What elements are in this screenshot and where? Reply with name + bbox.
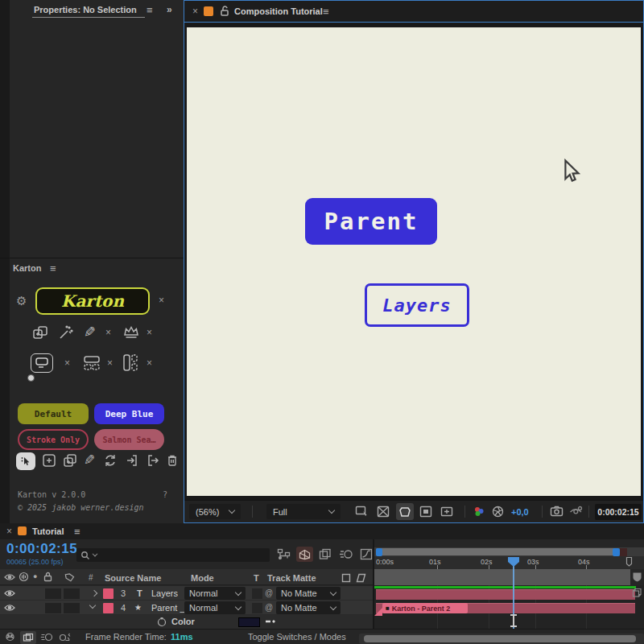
- motion-blur-toggle-icon[interactable]: [40, 632, 53, 642]
- close-icon[interactable]: ×: [64, 358, 70, 368]
- matte-pickwhip-icon[interactable]: @: [265, 588, 273, 597]
- close-icon[interactable]: ×: [107, 358, 113, 368]
- motion-blur-icon[interactable]: [339, 548, 353, 560]
- frame-blending-icon[interactable]: [319, 548, 332, 560]
- sync-refresh-icon[interactable]: [103, 453, 118, 468]
- import-icon[interactable]: [125, 453, 139, 468]
- horizontal-scrollbar-thumb[interactable]: [364, 635, 636, 642]
- add-item-icon[interactable]: [42, 453, 56, 468]
- source-name-column-header[interactable]: Source Name: [105, 573, 161, 583]
- preset-stroke-only-button[interactable]: Stroke Only: [18, 429, 89, 450]
- skew-square-icon[interactable]: [356, 573, 366, 583]
- comp-canvas[interactable]: Parent Layers: [187, 27, 641, 496]
- snapshot-camera-icon[interactable]: [550, 506, 564, 517]
- label-color-swatch[interactable]: [103, 603, 114, 613]
- search-input[interactable]: [76, 548, 270, 562]
- layer-bar-layers[interactable]: [376, 589, 635, 600]
- channel-dots-icon[interactable]: [473, 506, 485, 518]
- button-style-tool-selected[interactable]: [31, 353, 53, 373]
- layer-bar-label-tag[interactable]: ■ Karton - Parent 2: [382, 603, 468, 613]
- blend-mode-dropdown[interactable]: Normal: [184, 587, 246, 600]
- expand-arrow-expanded[interactable]: [89, 602, 96, 609]
- eyedropper-icon[interactable]: [264, 616, 277, 627]
- track-matte-column-header[interactable]: Track Matte: [267, 573, 316, 583]
- layer-row-parent[interactable]: 4 ★ Parent _Karton Normal @ No Matte: [0, 601, 373, 615]
- property-row-color[interactable]: Color: [0, 615, 373, 629]
- preserve-transparency-cell[interactable]: [252, 603, 262, 613]
- row-layout-tool-icon[interactable]: [82, 354, 101, 372]
- switch-cell[interactable]: [45, 588, 61, 599]
- timeline-tab-title[interactable]: Tutorial: [32, 526, 64, 536]
- close-tab-icon[interactable]: ×: [192, 6, 198, 16]
- label-color-swatch[interactable]: [103, 588, 114, 599]
- graph-editor-icon[interactable]: [360, 548, 373, 560]
- frame-blending-toggle-icon[interactable]: [20, 631, 36, 644]
- mode-column-header[interactable]: Mode: [191, 573, 214, 583]
- viewer-timecode-box[interactable]: 0:00:02:15: [595, 504, 642, 520]
- blend-mode-dropdown[interactable]: Normal: [184, 601, 246, 614]
- shy-icon[interactable]: [4, 632, 16, 642]
- mask-visibility-icon[interactable]: [419, 506, 432, 518]
- help-icon[interactable]: ?: [163, 490, 167, 499]
- pixel-aspect-icon[interactable]: [440, 506, 454, 518]
- duplicate-layers-icon[interactable]: [32, 324, 48, 341]
- solo-column-icon[interactable]: ●: [33, 572, 37, 580]
- preserve-transparency-cell[interactable]: [252, 588, 262, 599]
- track-matte-dropdown[interactable]: No Matte: [276, 587, 341, 600]
- video-column-eye-icon[interactable]: [4, 573, 15, 581]
- toggle-switches-modes-button[interactable]: Toggle Switches / Modes: [248, 632, 346, 642]
- work-area-bar[interactable]: [376, 548, 617, 555]
- snail-performance-icon[interactable]: [58, 632, 71, 642]
- comp-shield-icon[interactable]: [632, 572, 642, 583]
- matte-pickwhip-icon[interactable]: @: [265, 603, 273, 612]
- switch-cell[interactable]: [64, 603, 80, 613]
- close-icon[interactable]: ×: [147, 328, 152, 337]
- t-column-header[interactable]: T: [254, 573, 259, 583]
- preset-salmon-button[interactable]: Salmon Sea…: [94, 429, 164, 450]
- settings-gear-icon[interactable]: ⚙: [16, 294, 27, 308]
- switch-cell[interactable]: [64, 588, 80, 599]
- preset-default-button[interactable]: Default: [18, 403, 89, 424]
- layer-eye-icon[interactable]: [4, 589, 15, 597]
- panel-expand-icon[interactable]: »: [167, 4, 172, 15]
- duplicate-item-icon[interactable]: [63, 453, 77, 468]
- label-column-icon[interactable]: [64, 572, 75, 582]
- current-time-display[interactable]: 0:00:02:15: [6, 541, 77, 557]
- comp-tab-title[interactable]: Composition Tutorial: [234, 6, 323, 16]
- lock-column-icon[interactable]: [43, 572, 52, 582]
- marker-bin-icon[interactable]: [625, 556, 633, 567]
- square-mask-icon[interactable]: [341, 573, 351, 583]
- work-area-end-handle[interactable]: [613, 548, 620, 556]
- slider-knob[interactable]: [27, 374, 35, 382]
- layer-eye-icon[interactable]: [4, 604, 15, 612]
- close-icon[interactable]: ×: [105, 328, 111, 337]
- playhead-grabber[interactable]: [507, 556, 520, 568]
- switch-cell[interactable]: [45, 603, 61, 613]
- pen-tool-icon[interactable]: ✎: [84, 324, 96, 341]
- layer-row-layers[interactable]: 3 T Layers Normal @ No Matte: [0, 586, 373, 601]
- properties-panel-title[interactable]: Properties: No Selection: [34, 5, 137, 14]
- cube-3d-icon[interactable]: [632, 588, 642, 598]
- composition-mini-flowchart-icon[interactable]: [277, 548, 291, 560]
- transparency-grid-icon[interactable]: [377, 506, 390, 518]
- column-layout-tool-icon[interactable]: [122, 353, 139, 373]
- preset-deep-blue-button[interactable]: Deep Blue: [94, 403, 164, 424]
- magnification-dropdown[interactable]: (56%): [189, 504, 241, 519]
- karton-logo-field[interactable]: Karton: [35, 287, 150, 315]
- karton-tab-title[interactable]: Karton: [13, 263, 41, 273]
- index-column-header[interactable]: #: [89, 573, 93, 582]
- export-icon[interactable]: [146, 453, 160, 468]
- close-icon[interactable]: ×: [159, 295, 164, 305]
- region-of-interest-icon[interactable]: [396, 503, 414, 520]
- layer-name[interactable]: Layers: [151, 588, 178, 598]
- crown-icon[interactable]: [122, 324, 140, 341]
- viewer-lock-icon[interactable]: [220, 6, 229, 17]
- close-tab-icon[interactable]: ×: [6, 526, 12, 536]
- select-tool-active[interactable]: [16, 452, 35, 470]
- stopwatch-icon[interactable]: [157, 617, 167, 627]
- panel-menu-icon[interactable]: ≡: [147, 4, 153, 16]
- panel-menu-icon[interactable]: ≡: [323, 6, 329, 18]
- expand-arrow-collapsed[interactable]: [91, 590, 97, 597]
- work-area-start-handle[interactable]: [376, 548, 382, 556]
- track-matte-dropdown[interactable]: No Matte: [276, 601, 341, 614]
